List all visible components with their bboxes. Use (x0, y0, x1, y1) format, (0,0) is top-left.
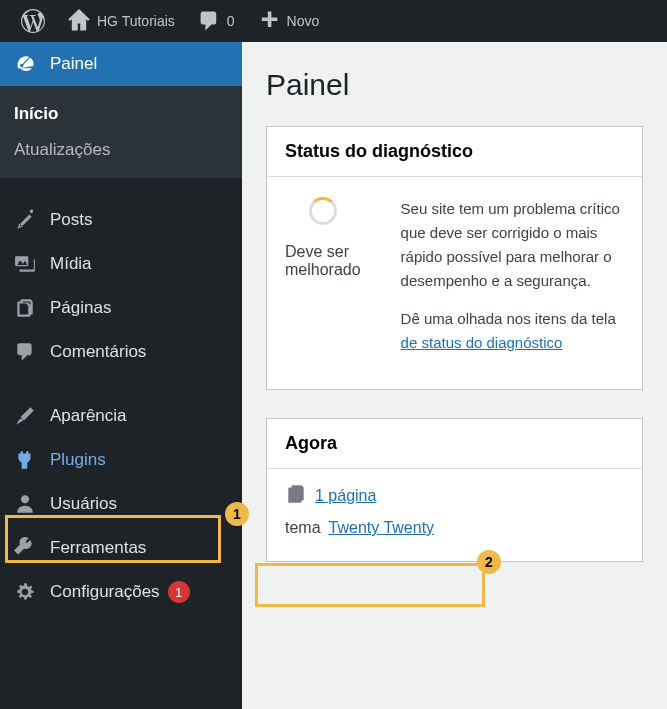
menu-label: Configurações (50, 582, 160, 602)
wp-logo[interactable] (10, 0, 56, 42)
submenu-atualizacoes[interactable]: Atualizações (0, 132, 242, 168)
wrench-icon (14, 537, 40, 559)
menu-aparencia[interactable]: Aparência (0, 394, 242, 438)
plus-icon (257, 9, 281, 33)
menu-paginas[interactable]: Páginas (0, 286, 242, 330)
comment-icon (197, 9, 221, 33)
site-link[interactable]: HG Tutoriais (56, 0, 186, 42)
menu-label: Mídia (50, 254, 92, 274)
menu-comentarios[interactable]: Comentários (0, 330, 242, 374)
pages-count[interactable]: 1 página (315, 487, 376, 505)
page-title: Painel (266, 68, 643, 102)
new-content[interactable]: Novo (246, 0, 331, 42)
health-spinner-icon (309, 197, 337, 225)
theme-row: tema Twenty Twenty (285, 519, 624, 537)
settings-icon (14, 581, 40, 603)
pages-count-row[interactable]: 1 página (285, 483, 624, 509)
home-icon (67, 9, 91, 33)
menu-label: Páginas (50, 298, 111, 318)
menu-posts[interactable]: Posts (0, 198, 242, 242)
theme-link[interactable]: Twenty Twenty (329, 519, 435, 537)
pages-stack-icon (285, 483, 307, 509)
health-status-widget: Status do diagnóstico Deve ser melhorado… (266, 126, 643, 390)
widget-heading: Agora (267, 419, 642, 469)
user-icon (14, 493, 40, 515)
menu-ferramentas[interactable]: Ferramentas (0, 526, 242, 570)
menu-label: Usuários (50, 494, 117, 514)
content-area: Painel Status do diagnóstico Deve ser me… (242, 42, 667, 709)
dashboard-icon (14, 53, 40, 75)
menu-label: Aparência (50, 406, 127, 426)
menu-plugins[interactable]: Plugins (0, 438, 242, 482)
menu-label: Ferramentas (50, 538, 146, 558)
page-icon (14, 297, 40, 319)
menu-label: Posts (50, 210, 93, 230)
painel-submenu: Início Atualizações (0, 86, 242, 178)
widget-heading: Status do diagnóstico (267, 127, 642, 177)
admin-sidebar: Painel Início Atualizações Posts Mídia P… (0, 42, 242, 709)
comments-link[interactable]: 0 (186, 0, 246, 42)
menu-configuracoes[interactable]: Configurações 1 (0, 570, 242, 614)
site-name: HG Tutoriais (97, 13, 175, 29)
menu-label: Comentários (50, 342, 146, 362)
health-text-1: Seu site tem um problema crítico que dev… (401, 197, 624, 293)
pin-icon (14, 209, 40, 231)
health-status-label: Deve ser melhorado (285, 243, 361, 279)
comment-icon (14, 341, 40, 363)
update-badge: 1 (168, 581, 190, 603)
brush-icon (14, 405, 40, 427)
menu-label: Painel (50, 54, 97, 74)
wordpress-icon (21, 9, 45, 33)
health-text-2: Dê uma olhada nos itens da tela de statu… (401, 307, 624, 355)
health-status-link[interactable]: de status do diagnóstico (401, 334, 563, 351)
menu-painel[interactable]: Painel (0, 42, 242, 86)
media-icon (14, 253, 40, 275)
comments-count: 0 (227, 13, 235, 29)
submenu-inicio[interactable]: Início (0, 96, 242, 132)
menu-midia[interactable]: Mídia (0, 242, 242, 286)
at-a-glance-widget: Agora 1 página tema Twenty Twenty (266, 418, 643, 562)
menu-label: Plugins (50, 450, 106, 470)
menu-usuarios[interactable]: Usuários (0, 482, 242, 526)
new-label: Novo (287, 13, 320, 29)
plugin-icon (14, 449, 40, 471)
